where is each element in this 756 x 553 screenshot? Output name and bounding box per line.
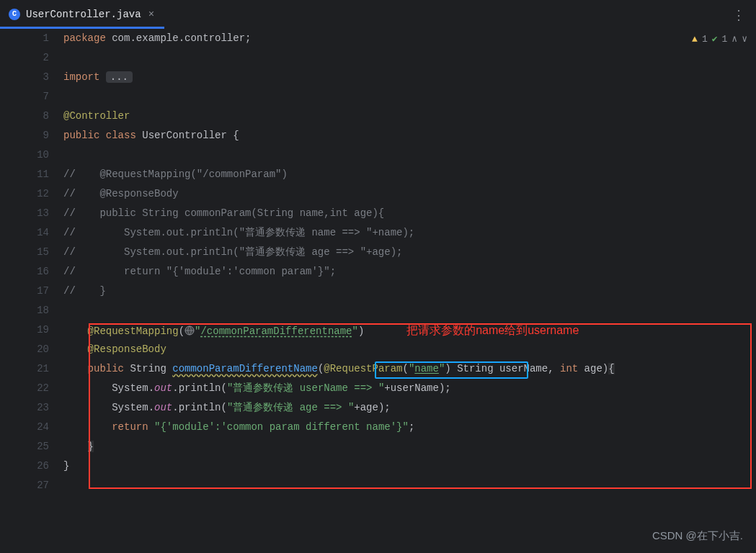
more-icon[interactable]: ⋮ — [732, 7, 746, 23]
line-number: 10 — [0, 145, 63, 165]
line-number: 23 — [0, 398, 63, 418]
line-number: 3 — [0, 68, 63, 87]
line-number: 9 — [0, 126, 63, 145]
tab-bar: C UserController.java × ⋮ — [0, 0, 756, 29]
line-number: 19 — [0, 320, 63, 340]
line-number: 26 — [0, 457, 63, 476]
line-number: 22 — [0, 379, 63, 398]
folded-region[interactable]: ... — [106, 71, 133, 83]
line-number: 14 — [0, 223, 63, 243]
line-number: 15 — [0, 243, 63, 262]
globe-icon[interactable] — [184, 323, 195, 333]
code-area[interactable]: package com.example.controller; import .… — [63, 29, 756, 495]
line-number: 12 — [0, 184, 63, 204]
watermark: CSDN @在下小吉. — [652, 529, 743, 543]
line-number: 2 — [0, 48, 63, 68]
line-number: 20 — [0, 340, 63, 359]
line-number: 7 — [0, 87, 63, 107]
line-number: 16 — [0, 262, 63, 282]
line-number: 17 — [0, 282, 63, 301]
line-number: 24 — [0, 418, 63, 437]
tab-title: UserController.java — [26, 9, 141, 20]
line-number: 1 — [0, 29, 63, 48]
line-number: 13 — [0, 204, 63, 223]
tab-usercontroller[interactable]: C UserController.java × — [0, 0, 164, 29]
gutter: 1 2 3 7 8 9 10 11 12 13 14 15 16 17 18 1… — [0, 29, 63, 495]
editor: 1 2 3 7 8 9 10 11 12 13 14 15 16 17 18 1… — [0, 29, 756, 495]
line-number: 25 — [0, 437, 63, 457]
annotation-red-label: 把请求参数的name给到username — [406, 324, 579, 336]
class-icon: C — [9, 9, 20, 20]
line-number: 8 — [0, 107, 63, 126]
line-number: 21 — [0, 359, 63, 379]
line-number: 18 — [0, 301, 63, 320]
line-number: 11 — [0, 165, 63, 184]
close-icon[interactable]: × — [147, 7, 156, 22]
line-number: 27 — [0, 476, 63, 495]
